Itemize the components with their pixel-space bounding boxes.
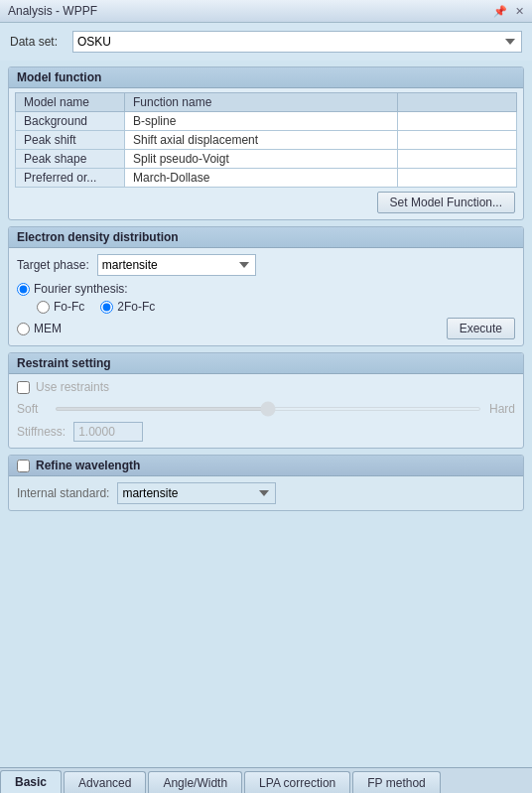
use-restraints-checkbox[interactable] (17, 381, 30, 394)
set-model-btn-row: Set Model Function... (15, 188, 517, 215)
execute-button[interactable]: Execute (447, 318, 515, 339)
tab-fp-method-label: FP method (367, 776, 425, 790)
window-controls[interactable]: 📌 ✕ (493, 5, 524, 18)
fourier-synthesis-radio[interactable] (17, 283, 30, 296)
tab-lpa-correction[interactable]: LPA correction (244, 771, 350, 793)
window-title: Analysis - WPPF (8, 4, 97, 18)
tab-advanced-label: Advanced (78, 776, 131, 790)
radio-sub-row: Fo-Fc 2Fo-Fc (37, 300, 515, 314)
table-row: Background B-spline (16, 112, 517, 131)
two-fo-fc-radio[interactable] (100, 301, 113, 314)
slider-row: Soft Hard (17, 402, 515, 416)
electron-density-title: Electron density distribution (9, 227, 523, 248)
target-phase-select[interactable]: martensite (97, 254, 256, 276)
refine-wavelength-body: Internal standard: martensite (9, 476, 523, 510)
row-preferred-function: March-Dollase (125, 169, 398, 188)
tab-angle-width-label: Angle/Width (163, 776, 227, 790)
two-fo-fc-label: 2Fo-Fc (117, 300, 155, 314)
soft-label: Soft (17, 402, 47, 416)
table-row: Peak shift Shift axial displacement (16, 131, 517, 150)
tab-basic[interactable]: Basic (0, 770, 62, 793)
row-peakshape-extra (398, 150, 517, 169)
model-function-title: Model function (9, 67, 523, 88)
col-function-name: Function name (125, 93, 398, 112)
tab-basic-label: Basic (15, 775, 47, 789)
tab-bar: Basic Advanced Angle/Width LPA correctio… (0, 767, 532, 793)
stiffness-label: Stiffness: (17, 425, 66, 439)
fourier-synthesis-radio-label[interactable]: Fourier synthesis: (17, 282, 128, 296)
col-extra (398, 93, 517, 112)
target-phase-row: Target phase: martensite (17, 254, 515, 276)
stiffness-slider[interactable] (55, 407, 481, 411)
pin-icon[interactable]: 📌 (493, 5, 507, 18)
mem-label: MEM (34, 322, 62, 335)
row-background-extra (398, 112, 517, 131)
electron-density-body: Target phase: martensite Fourier synthes… (9, 248, 523, 345)
restraint-title: Restraint setting (9, 353, 523, 374)
use-restraints-row: Use restraints (17, 380, 515, 394)
fo-fc-radio[interactable] (37, 301, 50, 314)
tab-fp-method[interactable]: FP method (352, 771, 440, 793)
mem-radio-label[interactable]: MEM (17, 322, 62, 335)
fourier-synthesis-label: Fourier synthesis: (34, 282, 128, 296)
internal-std-row: Internal standard: martensite (17, 482, 515, 504)
two-fo-fc-radio-label[interactable]: 2Fo-Fc (100, 300, 155, 314)
refine-wavelength-title-row: Refine wavelength (9, 456, 523, 476)
fo-fc-label: Fo-Fc (54, 300, 84, 314)
row-peakshift-function: Shift axial displacement (125, 131, 398, 150)
col-model-name: Model name (16, 93, 125, 112)
internal-std-label: Internal standard: (17, 486, 109, 500)
row-peakshape-name: Peak shape (16, 150, 125, 169)
model-table: Model name Function name Background B-sp… (15, 92, 517, 188)
row-preferred-extra (398, 169, 517, 188)
model-function-body: Model name Function name Background B-sp… (9, 88, 523, 219)
stiffness-input[interactable] (73, 422, 143, 442)
refine-wavelength-title: Refine wavelength (36, 459, 140, 472)
electron-density-section: Electron density distribution Target pha… (8, 226, 524, 346)
row-peakshift-extra (398, 131, 517, 150)
model-function-section: Model function Model name Function name … (8, 66, 524, 220)
dataset-label: Data set: (10, 35, 65, 49)
refine-wavelength-section: Refine wavelength Internal standard: mar… (8, 455, 524, 511)
table-row: Peak shape Split pseudo-Voigt (16, 150, 517, 169)
table-row: Preferred or... March-Dollase (16, 169, 517, 188)
use-restraints-label: Use restraints (36, 380, 109, 394)
mem-execute-row: MEM Execute (17, 318, 515, 339)
hard-label: Hard (489, 402, 515, 416)
refine-wavelength-checkbox[interactable] (17, 460, 30, 472)
row-background-name: Background (16, 112, 125, 131)
close-icon[interactable]: ✕ (515, 5, 524, 18)
tab-advanced[interactable]: Advanced (64, 771, 146, 793)
stiffness-row: Stiffness: (17, 422, 515, 442)
mem-radio[interactable] (17, 323, 30, 335)
internal-std-select[interactable]: martensite (117, 482, 276, 504)
tab-angle-width[interactable]: Angle/Width (148, 771, 242, 793)
restraint-section: Restraint setting Use restraints Soft Ha… (8, 352, 524, 449)
row-preferred-name: Preferred or... (16, 169, 125, 188)
set-model-function-button[interactable]: Set Model Function... (377, 192, 515, 213)
dataset-row: Data set: OSKU (0, 23, 532, 61)
row-peakshape-function: Split pseudo-Voigt (125, 150, 398, 169)
fourier-synthesis-row: Fourier synthesis: (17, 282, 515, 296)
dataset-select[interactable]: OSKU (72, 31, 522, 53)
target-phase-label: Target phase: (17, 258, 89, 272)
row-peakshift-name: Peak shift (16, 131, 125, 150)
fo-fc-radio-label[interactable]: Fo-Fc (37, 300, 84, 314)
title-bar: Analysis - WPPF 📌 ✕ (0, 0, 532, 23)
row-background-function: B-spline (125, 112, 398, 131)
tab-lpa-correction-label: LPA correction (259, 776, 335, 790)
restraint-body: Use restraints Soft Hard Stiffness: (9, 374, 523, 448)
